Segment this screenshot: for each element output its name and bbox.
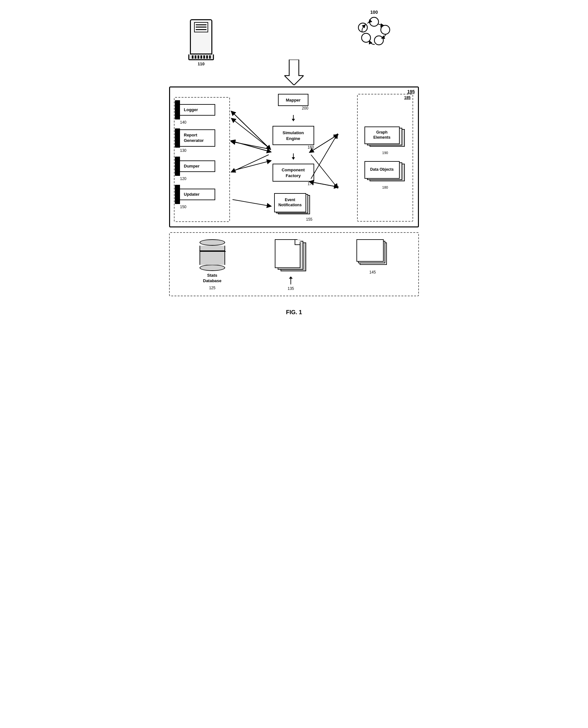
dumper-block: Dumper 120 — [175, 157, 229, 181]
svg-point-1 — [381, 25, 390, 34]
factory-box: ComponentFactory — [273, 164, 314, 182]
workflow-svg — [355, 15, 393, 47]
mapper-to-sim-arrow — [292, 115, 295, 121]
bottom-dashed-box: StatsDatabase 125 135 — [169, 232, 419, 296]
stats-db-num: 125 — [209, 286, 215, 290]
server-icon: 110 — [188, 19, 214, 66]
stats-db-item: StatsDatabase 125 — [200, 239, 225, 290]
main-box-label: 195 — [407, 89, 415, 94]
reports-num: 135 — [288, 286, 294, 291]
top-section: 110 100 — [169, 9, 419, 83]
graph-elem-num: 190 — [382, 151, 388, 155]
updater-block: Updater 150 — [175, 185, 229, 209]
factory-label: ComponentFactory — [281, 167, 304, 178]
graph-elem-wrapper: GraphElements 190 — [361, 126, 409, 155]
reports-arrow — [288, 276, 294, 285]
svg-point-0 — [370, 17, 379, 26]
mapper-box: Mapper — [278, 94, 308, 106]
center-column: Mapper 200 SimulationEngine 160 — [236, 94, 351, 222]
stats-db-label: StatsDatabase — [203, 273, 222, 284]
svg-marker-29 — [289, 276, 293, 279]
mapper-num: 200 — [278, 106, 308, 110]
main-system-box: 195 Logger 140 — [169, 86, 419, 227]
sim-engine-label: SimulationEngine — [282, 130, 303, 141]
svg-point-3 — [362, 33, 371, 42]
bottom-section: StatsDatabase 125 135 — [169, 232, 419, 296]
event-notif-num: 155 — [275, 217, 313, 222]
diagram-container: 110 100 — [169, 9, 419, 316]
server-body — [190, 19, 212, 55]
server-base — [188, 55, 214, 60]
sim-engine-wrapper: SimulationEngine 160 — [273, 126, 314, 150]
right-dashed-box: GraphElements 190 Data Objects — [357, 94, 413, 222]
logger-num: 140 — [180, 120, 229, 125]
sim-engine-num: 160 — [273, 145, 314, 150]
sim-engine-box: SimulationEngine — [273, 126, 314, 145]
main-inner: Logger 140 ReportGenerator 130 — [175, 94, 413, 222]
logger-label: Logger — [184, 107, 211, 113]
svg-marker-5 — [285, 60, 303, 85]
workflow-label: 100 — [370, 9, 378, 15]
data-obj-wrapper: Data Objects 180 — [361, 161, 409, 189]
report-gen-block: ReportGenerator 130 — [175, 128, 229, 153]
updater-num: 150 — [180, 205, 229, 209]
data-obj-label: Data Objects — [370, 167, 394, 172]
event-notif-label: EventNotifications — [278, 197, 302, 208]
mapper-label: Mapper — [286, 98, 300, 103]
svg-marker-9 — [292, 157, 295, 160]
factory-num: 170 — [273, 182, 314, 186]
fig-label: FIG. 1 — [169, 309, 419, 316]
report-gen-label: ReportGenerator — [184, 132, 211, 144]
dumper-label: Dumper — [184, 164, 211, 169]
graph-elem-stack: GraphElements — [364, 126, 406, 149]
log-files-num: 145 — [369, 270, 376, 274]
log-files-item: 145 — [356, 239, 388, 274]
event-notif-wrapper: EventNotifications 155 — [274, 193, 313, 222]
db-shape — [200, 239, 225, 271]
main-arrow-down — [285, 60, 303, 86]
report-gen-num: 130 — [180, 148, 229, 153]
reports-item: 135 — [275, 239, 307, 291]
sim-to-factory-arrow — [292, 153, 295, 160]
right-dashed-label: 185 — [404, 96, 411, 100]
workflow-bubbles: 100 — [355, 9, 393, 47]
data-obj-num: 180 — [382, 185, 388, 189]
frame-stack — [356, 239, 388, 268]
data-obj-stack: Data Objects — [364, 161, 406, 184]
dumper-num: 120 — [180, 176, 229, 181]
left-column: Logger 140 ReportGenerator 130 — [175, 94, 229, 222]
server-label: 110 — [197, 62, 205, 66]
mapper-wrapper: Mapper 200 — [278, 94, 308, 110]
svg-point-2 — [374, 36, 383, 45]
updater-label: Updater — [184, 192, 211, 197]
server-screen — [194, 22, 208, 32]
graph-elem-label: GraphElements — [373, 130, 391, 140]
right-dashed-area: 185 GraphElements 190 — [357, 94, 413, 222]
factory-wrapper: ComponentFactory 170 — [273, 164, 314, 186]
doc-stack — [275, 239, 307, 274]
event-stack: EventNotifications — [274, 193, 313, 217]
logger-block: Logger 140 — [175, 100, 229, 125]
svg-marker-7 — [292, 119, 295, 121]
